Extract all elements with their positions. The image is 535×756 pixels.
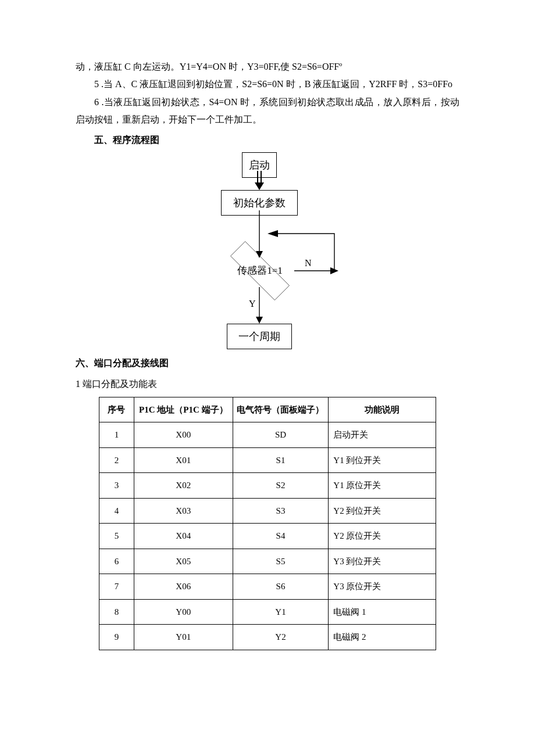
port-table: 序号 P1C 地址（P1C 端子） 电气符号（面板端子） 功能说明 1X00SD… [99,397,436,650]
td-addr: X04 [134,524,233,549]
td-addr: X02 [134,473,233,499]
td-addr: Y00 [134,599,233,625]
td-addr: X05 [134,549,233,574]
td-sym: Y2 [233,625,329,650]
flow-start-label: 启动 [249,159,270,171]
td-addr: X00 [134,422,233,448]
td-no: 7 [99,574,134,600]
table-header-row: 序号 P1C 地址（P1C 端子） 电气符号（面板端子） 功能说明 [99,397,436,422]
flow-no-label: N [305,255,312,272]
th-sym: 电气符号（面板端子） [233,397,329,422]
table-caption: 1 端口分配及功能表 [76,375,459,393]
flowchart: 启动 初始化参数 传感器1=1 一个周期 Y N [76,152,459,350]
td-fn: 电磁阀 1 [329,599,436,625]
td-addr: X01 [134,447,233,473]
td-sym: S5 [233,549,329,574]
td-fn: Y2 原位开关 [329,524,436,549]
td-addr: X03 [134,498,233,524]
svg-marker-4 [268,230,278,237]
td-sym: S3 [233,498,329,524]
table-row: 2X01S1Y1 到位开关 [99,447,436,473]
td-no: 8 [99,599,134,625]
table-row: 8Y00Y1电磁阀 1 [99,599,436,625]
td-fn: Y1 原位开关 [329,473,436,499]
flow-cycle-label: 一个周期 [238,331,280,342]
section5-heading: 五、程序流程图 [76,131,459,149]
svg-marker-8 [256,317,263,324]
td-addr: X06 [134,574,233,600]
td-sym: SD [233,422,329,448]
th-fn: 功能说明 [329,397,436,422]
td-no: 6 [99,549,134,574]
paragraph-5: 5 .当 A、C 液压缸退回到初始位置，S2=S6=0N 时，B 液压缸返回，Y… [76,76,459,93]
td-sym: Y1 [233,599,329,625]
table-row: 7X06S6Y3 原位开关 [99,574,436,600]
td-fn: 电磁阀 2 [329,625,436,650]
table-row: 9Y01Y2电磁阀 2 [99,625,436,650]
td-sym: S1 [233,447,329,473]
flow-init-box: 初始化参数 [221,190,298,216]
flow-init-label: 初始化参数 [233,197,286,209]
table-row: 4X03S3Y2 到位开关 [99,498,436,524]
td-no: 5 [99,524,134,549]
td-fn: Y2 到位开关 [329,498,436,524]
td-fn: 启动开关 [329,422,436,448]
table-row: 6X05S5Y3 到位开关 [99,549,436,574]
th-no: 序号 [99,397,134,422]
th-addr: P1C 地址（P1C 端子） [134,397,233,422]
flow-cycle-box: 一个周期 [227,324,292,349]
td-fn: Y3 到位开关 [329,549,436,574]
table-row: 1X00SD启动开关 [99,422,436,448]
td-no: 3 [99,473,134,499]
td-no: 2 [99,447,134,473]
td-fn: Y3 原位开关 [329,574,436,600]
table-row: 3X02S2Y1 原位开关 [99,473,436,499]
td-no: 9 [99,625,134,650]
td-sym: S2 [233,473,329,499]
flow-yes-label: Y [249,295,256,313]
table-row: 5X04S4Y2 原位开关 [99,524,436,549]
paragraph-6: 6 .当液压缸返回初始状态，S4=ON 时，系统回到初始状态取出成品，放入原料后… [76,94,459,129]
flow-decision: 传感器1=1 [218,250,302,292]
flow-decision-label: 传感器1=1 [237,261,283,280]
td-no: 4 [99,498,134,524]
td-fn: Y1 到位开关 [329,447,436,473]
flow-start-box: 启动 [242,152,277,178]
td-sym: S4 [233,524,329,549]
svg-marker-10 [330,267,338,274]
td-sym: S6 [233,574,329,600]
td-no: 1 [99,422,134,448]
td-addr: Y01 [134,625,233,650]
paragraph: 动，液压缸 C 向左运动。Y1=Y4=ON 时，Y3=0FF,使 S2=S6=O… [76,58,459,76]
svg-marker-2 [255,182,264,190]
section6-heading: 六、端口分配及接线图 [76,354,459,372]
